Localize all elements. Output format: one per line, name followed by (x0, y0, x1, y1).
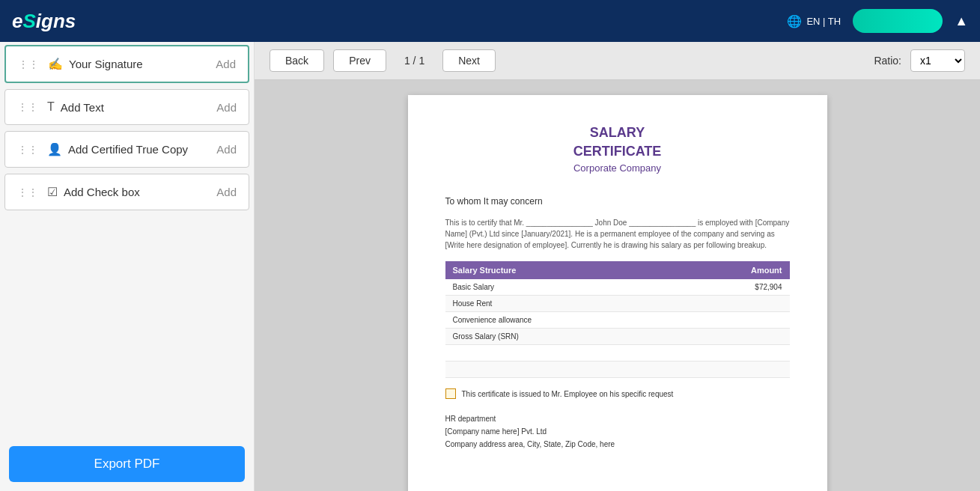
sidebar-signature-label: Your Signature (69, 58, 143, 70)
cert-checkbox-row: This certificate is issued to Mr. Employ… (445, 388, 790, 399)
next-button[interactable]: Next (442, 49, 496, 72)
row-amount-1: $72,904 (676, 279, 789, 296)
globe-icon: 🌐 (787, 14, 802, 28)
sidebar-item-left-signature: ⋮⋮ ✍ Your Signature (18, 57, 143, 71)
row-amount-3 (676, 312, 789, 329)
sidebar-item-certified[interactable]: ⋮⋮ 👤 Add Certified True Copy Add (4, 131, 249, 168)
row-label-2: House Rent (445, 296, 677, 312)
text-add-button[interactable]: Add (216, 101, 237, 114)
drag-handle-text: ⋮⋮ (17, 101, 38, 113)
row-label-5 (445, 345, 677, 362)
signature-icon: ✍ (48, 57, 63, 71)
hr-dept-label: HR department (445, 412, 790, 425)
document-viewer: SALARY CERTIFICATE Corporate Company To … (255, 80, 980, 491)
doc-title-line2: CERTIFICATE (445, 144, 790, 159)
content-area: Back Prev 1 / 1 Next Ratio: x1 x1.5 x2 x… (255, 42, 980, 491)
cert-checkbox[interactable] (445, 388, 456, 399)
hr-department: HR department [Company name here] Pvt. L… (445, 412, 790, 451)
back-button[interactable]: Back (270, 49, 324, 72)
lang-label: EN | TH (806, 16, 841, 27)
app-logo: eSigns (12, 10, 76, 33)
certified-add-button[interactable]: Add (216, 143, 237, 156)
doc-company: Corporate Company (445, 162, 790, 174)
language-switcher[interactable]: 🌐 EN | TH (787, 14, 841, 28)
row-amount-4 (676, 329, 789, 345)
certified-icon: 👤 (47, 142, 62, 156)
chevron-up-icon[interactable]: ▲ (955, 13, 968, 29)
checkbox-icon: ☑ (47, 185, 58, 199)
sidebar-item-left-checkbox: ⋮⋮ ☑ Add Check box (17, 185, 140, 199)
salary-table: Salary Structure Amount Basic Salary $72… (445, 261, 790, 378)
checkbox-add-button[interactable]: Add (216, 186, 237, 198)
drag-handle-signature: ⋮⋮ (18, 58, 39, 70)
sidebar-item-signature[interactable]: ⋮⋮ ✍ Your Signature Add (4, 45, 249, 83)
sidebar-item-text[interactable]: ⋮⋮ T Add Text Add (4, 89, 249, 125)
sidebar-certified-label: Add Certified True Copy (68, 143, 188, 156)
ratio-label: Ratio: (874, 55, 901, 67)
row-amount-6 (676, 362, 789, 378)
row-amount-5 (676, 345, 789, 362)
sidebar-checkbox-label: Add Check box (64, 186, 140, 198)
main-layout: ⋮⋮ ✍ Your Signature Add ⋮⋮ T Add Text Ad… (0, 42, 980, 491)
drag-handle-checkbox: ⋮⋮ (17, 186, 38, 198)
ratio-select[interactable]: x1 x1.5 x2 x0.75 (910, 49, 965, 72)
table-row: House Rent (445, 296, 790, 312)
table-row (445, 345, 790, 362)
sidebar: ⋮⋮ ✍ Your Signature Add ⋮⋮ T Add Text Ad… (0, 42, 255, 491)
col-header-amount: Amount (676, 261, 789, 279)
header-cta-button[interactable] (853, 9, 943, 33)
sidebar-item-left-certified: ⋮⋮ 👤 Add Certified True Copy (17, 142, 188, 156)
document-toolbar: Back Prev 1 / 1 Next Ratio: x1 x1.5 x2 x… (255, 42, 980, 80)
sidebar-item-left-text: ⋮⋮ T Add Text (17, 100, 104, 114)
header-right: 🌐 EN | TH ▲ (787, 9, 968, 33)
sidebar-item-checkbox[interactable]: ⋮⋮ ☑ Add Check box Add (4, 174, 249, 210)
sidebar-text-label: Add Text (61, 101, 104, 114)
app-header: eSigns 🌐 EN | TH ▲ (0, 0, 980, 42)
drag-handle-certified: ⋮⋮ (17, 144, 38, 156)
text-icon: T (47, 100, 55, 114)
export-pdf-button[interactable]: Export PDF (9, 446, 245, 482)
document-page: SALARY CERTIFICATE Corporate Company To … (408, 95, 827, 491)
doc-salutation: To whom It may concern (445, 196, 790, 207)
doc-body-text: This is to certify that Mr. ____________… (445, 217, 790, 251)
row-label-4: Gross Salary (SRN) (445, 329, 677, 345)
table-row: Convenience allowance (445, 312, 790, 329)
company-name-line: [Company name here] Pvt. Ltd (445, 425, 790, 438)
table-row: Basic Salary $72,904 (445, 279, 790, 296)
signature-add-button[interactable]: Add (216, 58, 236, 70)
table-row: Gross Salary (SRN) (445, 329, 790, 345)
row-label-3: Convenience allowance (445, 312, 677, 329)
page-info: 1 / 1 (395, 50, 433, 71)
cert-text: This certificate is issued to Mr. Employ… (462, 390, 674, 398)
doc-title-line1: SALARY (445, 125, 790, 141)
row-amount-2 (676, 296, 789, 312)
col-header-structure: Salary Structure (445, 261, 677, 279)
prev-button[interactable]: Prev (333, 49, 386, 72)
company-address-line: Company address area, City, State, Zip C… (445, 438, 790, 451)
row-label-1: Basic Salary (445, 279, 677, 296)
table-row (445, 362, 790, 378)
row-label-6 (445, 362, 677, 378)
